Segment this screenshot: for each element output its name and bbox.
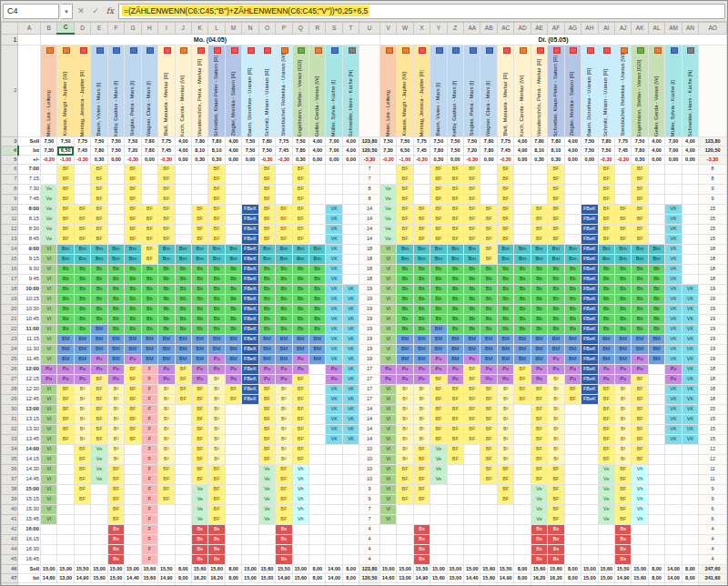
cell[interactable]: BF [91, 235, 107, 245]
cell[interactable]: Pu [74, 375, 90, 385]
cell[interactable] [682, 465, 698, 475]
cell[interactable]: Vl [379, 325, 396, 335]
cell[interactable]: 4,00 [648, 137, 664, 146]
count-cell[interactable]: 9 [359, 495, 380, 505]
cell[interactable]: Vl [379, 245, 396, 255]
cell[interactable]: B² [548, 445, 564, 455]
cell[interactable]: Vl [41, 495, 57, 505]
cell[interactable]: BF [531, 395, 547, 405]
cell[interactable]: 4,00 [648, 146, 664, 156]
cell[interactable]: 0,00 [242, 583, 258, 586]
cell[interactable] [648, 445, 664, 455]
count-cell[interactable]: 17 [359, 395, 380, 405]
cell[interactable]: B² [497, 405, 513, 415]
cell[interactable] [342, 215, 359, 225]
cell[interactable]: 0,00 [665, 583, 682, 586]
cell[interactable]: 7,80 [258, 137, 275, 146]
cell[interactable]: B² [74, 425, 90, 435]
cell[interactable]: Bb [208, 275, 225, 285]
cell[interactable]: Ve [531, 515, 547, 525]
staff-name-header[interactable]: Wunderschön, Petra - Merkur [R] [531, 45, 547, 137]
cell[interactable] [309, 365, 326, 375]
cell[interactable] [581, 425, 598, 435]
time-label[interactable]: 8:15 [18, 215, 41, 225]
cell[interactable]: BF [632, 235, 648, 245]
cell[interactable] [18, 45, 41, 137]
count-cell[interactable]: 12 [699, 445, 727, 455]
count-cell[interactable]: 18 [699, 265, 727, 275]
row-number[interactable]: 14 [2, 245, 18, 255]
cell[interactable] [480, 555, 497, 565]
cell[interactable]: BF [292, 185, 308, 195]
cell[interactable]: Bb [125, 305, 141, 315]
cell[interactable]: 14,00 [326, 565, 342, 574]
cell[interactable]: BF [276, 225, 292, 235]
cell[interactable]: Bm [107, 245, 124, 255]
cell[interactable] [57, 475, 74, 485]
cell[interactable]: Vl [41, 255, 57, 265]
cell[interactable] [648, 425, 664, 435]
cell[interactable]: B² [548, 375, 564, 385]
cell[interactable]: Bb [91, 285, 107, 295]
cell[interactable] [514, 175, 531, 185]
cell[interactable] [581, 505, 598, 515]
cell[interactable]: 7,30 [41, 146, 57, 156]
cell[interactable]: Pu [447, 365, 463, 375]
cell[interactable]: Vl [379, 415, 396, 425]
cell[interactable]: 7,50 [447, 137, 463, 146]
cell[interactable] [665, 175, 682, 185]
cell[interactable] [614, 165, 631, 175]
cell[interactable]: FBeK [581, 355, 598, 365]
cell[interactable] [464, 555, 480, 565]
cell[interactable] [258, 545, 275, 555]
cell[interactable]: F [141, 535, 157, 545]
column-letter[interactable]: L [208, 23, 225, 35]
cell[interactable]: Pu [41, 365, 57, 375]
cell[interactable] [342, 485, 359, 495]
cell[interactable]: 123,80 [359, 137, 380, 146]
cell[interactable]: 15,60 [208, 565, 225, 574]
cell[interactable]: 0,00 [581, 583, 598, 586]
cell[interactable]: Bb [598, 295, 614, 305]
cell[interactable]: Bm [447, 245, 463, 255]
cell[interactable]: VK [326, 325, 342, 335]
cell[interactable] [225, 555, 241, 565]
cell[interactable]: F [141, 455, 157, 465]
cell[interactable] [379, 545, 396, 555]
cell[interactable]: Bb [531, 325, 547, 335]
cell[interactable]: BF [276, 215, 292, 225]
cell[interactable]: Bb [447, 275, 463, 285]
cell[interactable]: BF [125, 215, 141, 225]
cell[interactable]: Bb [413, 265, 430, 275]
row-number[interactable]: 19 [2, 295, 18, 305]
cell[interactable] [648, 185, 664, 195]
staff-name-header[interactable]: Schmitz, Miriam - Uranus [R] [598, 45, 614, 137]
cell[interactable] [242, 435, 258, 445]
cell[interactable]: B² [74, 435, 90, 445]
cell[interactable] [682, 215, 698, 225]
column-letter[interactable]: AC [497, 23, 513, 35]
time-label[interactable]: 10:30 [18, 305, 41, 315]
cell[interactable]: 0,30 [292, 156, 308, 165]
cell[interactable]: BF [548, 485, 564, 495]
staff-name-header[interactable]: Baum, Dorothea - Uranus [R] [242, 45, 258, 137]
row-number[interactable]: 11 [2, 215, 18, 225]
cell[interactable] [514, 465, 531, 475]
cell[interactable]: BF [632, 175, 648, 185]
cell[interactable]: 15,50 [497, 565, 513, 574]
cell[interactable]: BM [413, 355, 430, 365]
row-label[interactable]: Soll [18, 565, 41, 574]
cell[interactable]: Bb [158, 265, 175, 275]
cell[interactable]: 4,00 [309, 137, 326, 146]
staff-name-header[interactable]: Baum, Vivien - Mars [I] [430, 45, 447, 137]
count-cell[interactable]: 11 [699, 475, 727, 485]
cell[interactable]: Bb [91, 295, 107, 305]
cell[interactable]: Pu [91, 365, 107, 375]
cell[interactable] [514, 525, 531, 535]
cell[interactable] [292, 545, 308, 555]
row-number[interactable]: 35 [2, 455, 18, 465]
cell[interactable]: BM [258, 345, 275, 355]
count-cell[interactable]: 4 [699, 555, 727, 565]
cell[interactable]: B² [413, 435, 430, 445]
cell[interactable]: VK [326, 425, 342, 435]
